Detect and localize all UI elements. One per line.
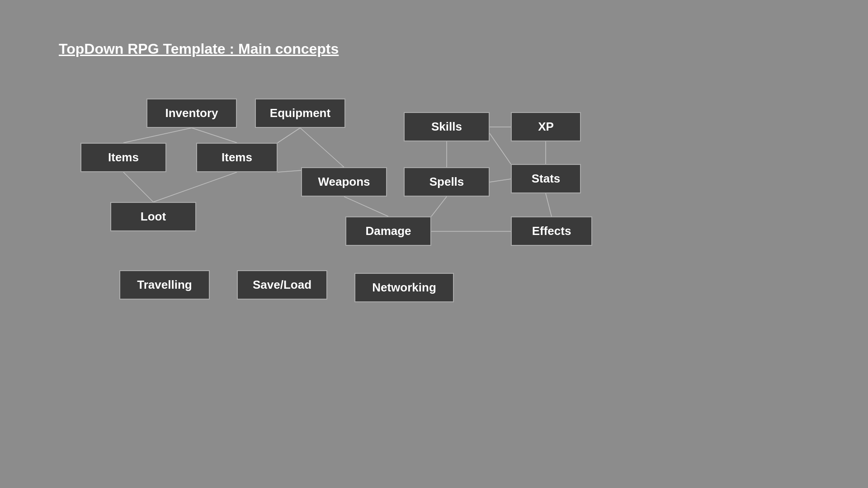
xp-label: XP (538, 120, 554, 134)
travelling-label: Travelling (137, 278, 192, 292)
networking-node[interactable]: Networking (354, 273, 454, 302)
equipment-node[interactable]: Equipment (255, 99, 345, 128)
effects-label: Effects (532, 224, 571, 238)
loot-label: Loot (141, 210, 166, 224)
stats-label: Stats (532, 172, 561, 186)
svg-line-1 (192, 128, 237, 143)
items-right-node[interactable]: Items (196, 143, 278, 172)
saveload-node[interactable]: Save/Load (237, 270, 327, 300)
svg-line-6 (300, 128, 344, 167)
skills-node[interactable]: Skills (404, 112, 490, 141)
spells-label: Spells (429, 175, 464, 189)
spells-node[interactable]: Spells (404, 167, 490, 197)
saveload-label: Save/Load (253, 278, 311, 292)
travelling-node[interactable]: Travelling (119, 270, 210, 300)
items-right-label: Items (222, 150, 252, 164)
svg-line-3 (123, 172, 153, 202)
svg-line-2 (278, 128, 300, 143)
weapons-node[interactable]: Weapons (301, 167, 387, 197)
equipment-label: Equipment (270, 106, 330, 120)
stats-node[interactable]: Stats (511, 164, 581, 193)
inventory-label: Inventory (165, 106, 218, 120)
skills-label: Skills (431, 120, 462, 134)
svg-line-0 (123, 128, 192, 143)
effects-node[interactable]: Effects (511, 216, 592, 246)
damage-label: Damage (365, 224, 411, 238)
weapons-label: Weapons (318, 175, 370, 189)
networking-label: Networking (372, 281, 436, 295)
svg-line-4 (153, 172, 237, 202)
svg-line-15 (546, 193, 552, 216)
items-left-node[interactable]: Items (80, 143, 166, 172)
svg-line-13 (431, 197, 447, 216)
page-title: TopDown RPG Template : Main concepts (59, 41, 339, 57)
svg-line-10 (490, 179, 511, 182)
inventory-node[interactable]: Inventory (146, 99, 237, 128)
loot-node[interactable]: Loot (110, 202, 196, 231)
items-left-label: Items (108, 150, 139, 164)
xp-node[interactable]: XP (511, 112, 581, 141)
svg-line-9 (490, 133, 511, 164)
svg-line-12 (344, 197, 388, 216)
damage-node[interactable]: Damage (345, 216, 431, 246)
